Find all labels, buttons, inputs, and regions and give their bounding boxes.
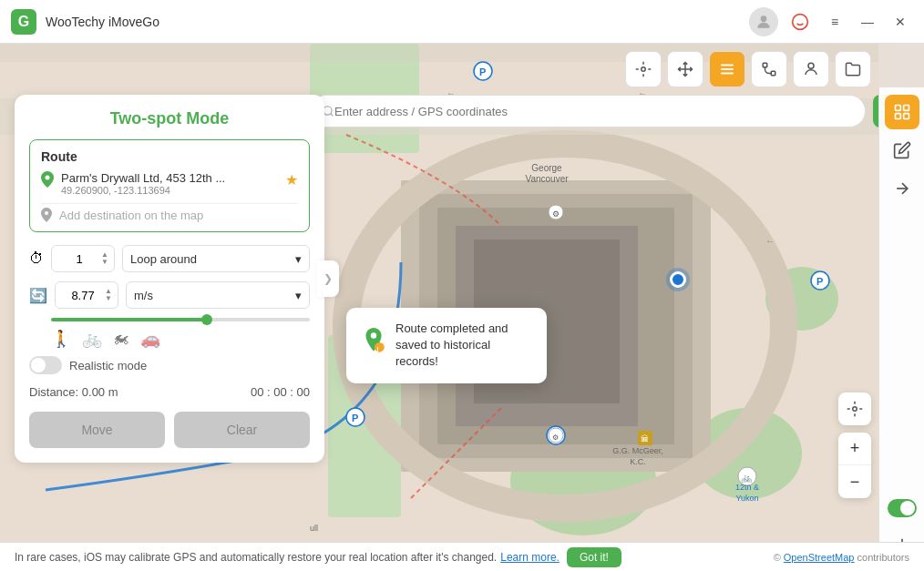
user-avatar[interactable] (749, 7, 778, 36)
sidebar-icon-arrow[interactable] (885, 171, 919, 206)
map-toolbar (625, 51, 871, 87)
svg-text:🏛: 🏛 (641, 434, 649, 444)
bottom-info-text: In rare cases, iOS may calibrate GPS and… (15, 551, 497, 564)
folder-button[interactable] (835, 51, 871, 87)
panel-title: Two-spot Mode (29, 109, 310, 128)
favorite-button[interactable]: ★ (285, 171, 298, 189)
route-button[interactable] (751, 51, 787, 87)
count-down-arrow[interactable]: ▼ (101, 259, 108, 266)
list-icon (719, 61, 735, 77)
speed-input[interactable]: 8.77 ▲ ▼ (55, 281, 118, 309)
svg-point-45 (642, 67, 646, 72)
speed-slider-wrap[interactable] (29, 318, 310, 321)
sidebar-icon-edit[interactable] (885, 133, 919, 168)
zoom-controls: + − (838, 433, 871, 498)
moto-transport-btn[interactable]: 🏍 (113, 329, 129, 349)
walk-transport-btn[interactable]: 🚶 (51, 329, 71, 349)
app-title: WooTechy iMoveGo (46, 15, 749, 29)
folder-icon (845, 61, 861, 77)
from-pin-icon (41, 171, 54, 188)
panel-collapse-button[interactable]: ❯ (317, 260, 339, 297)
distance-row: Distance: 0.00 m 00 : 00 : 00 (29, 385, 310, 399)
search-bar (310, 95, 906, 127)
repeat-mode-dropdown[interactable]: Loop around ▾ (122, 245, 310, 272)
sidebar-icon-toggle[interactable] (885, 491, 919, 525)
speed-slider[interactable] (51, 318, 310, 321)
route-to[interactable]: Add destination on the map (41, 203, 298, 222)
svg-rect-62 (903, 106, 909, 111)
car-icon: 🚗 (140, 329, 160, 349)
left-panel: Two-spot Mode Route Parm's Drywall Ltd, … (15, 95, 324, 463)
svg-text:P: P (816, 276, 823, 287)
transport-row: 🚶 🚲 🏍 🚗 (29, 325, 310, 356)
realistic-mode-toggle[interactable] (29, 356, 62, 374)
edit-icon (893, 141, 911, 159)
map-area[interactable]: ← ← ← P P P P George Vancouver G.G. McGe… (0, 44, 924, 571)
svg-text:Yukon: Yukon (735, 494, 758, 503)
popup-pin-icon: ! (361, 328, 386, 362)
app-logo: G (11, 9, 36, 35)
route-from: Parm's Drywall Ltd, 453 12th ... 49.2609… (41, 171, 298, 196)
speed-unit-dropdown[interactable]: m/s ▾ (126, 281, 310, 309)
person-button[interactable] (793, 51, 829, 87)
move-icon-button[interactable] (667, 51, 703, 87)
svg-rect-64 (903, 114, 909, 119)
minimize-button[interactable]: — (855, 9, 880, 35)
car-transport-btn[interactable]: 🚗 (140, 329, 160, 349)
title-bar: G WooTechy iMoveGo ≡ — ✕ (0, 0, 924, 44)
svg-point-56 (46, 176, 50, 180)
speed-controls: 🔄 8.77 ▲ ▼ m/s ▾ (29, 281, 310, 309)
locate-button[interactable] (838, 393, 871, 425)
repeat-controls: ⏱ 1 ▲ ▼ Loop around ▾ (29, 245, 310, 272)
search-input[interactable] (334, 105, 854, 118)
osm-link[interactable]: OpenStreetMap (784, 552, 855, 563)
zoom-in-button[interactable]: + (838, 433, 871, 465)
got-it-button[interactable]: Got it! (567, 547, 621, 567)
arrow-icon (893, 179, 911, 198)
svg-point-67 (900, 501, 915, 515)
list-button[interactable] (709, 51, 745, 87)
speed-unit-value: m/s (134, 289, 153, 302)
svg-rect-54 (771, 71, 775, 76)
svg-text:P: P (479, 66, 486, 77)
speed-down-arrow[interactable]: ▼ (105, 295, 112, 302)
svg-point-73 (853, 407, 857, 412)
from-coords: 49.260900, -123.113694 (61, 185, 278, 196)
svg-point-57 (45, 211, 48, 215)
zoom-out-button[interactable]: − (838, 465, 871, 498)
svg-text:⚙: ⚙ (552, 209, 560, 219)
speed-value: 8.77 (61, 289, 105, 302)
svg-point-44 (323, 107, 332, 115)
arrows-icon (677, 61, 693, 77)
svg-text:ull: ull (310, 524, 318, 533)
sidebar-icon-history[interactable] (885, 95, 919, 129)
menu-button[interactable]: ≡ (822, 9, 847, 35)
walk-icon: 🚶 (51, 329, 71, 349)
toggle-icon (888, 499, 917, 517)
to-placeholder: Add destination on the map (59, 209, 203, 222)
svg-text:⚙: ⚙ (552, 433, 559, 442)
locate-icon (847, 401, 863, 417)
svg-text:K.C.: K.C. (630, 457, 646, 466)
to-pin-icon (41, 208, 52, 222)
action-buttons: Move Clear (29, 412, 310, 448)
crosshair-button[interactable] (625, 51, 662, 87)
from-address: Parm's Drywall Ltd, 453 12th ... (61, 171, 278, 185)
search-input-wrap[interactable] (310, 95, 866, 127)
learn-more-link[interactable]: Learn more. (500, 551, 560, 564)
unit-dropdown-chevron: ▾ (295, 289, 302, 302)
route-completed-popup: ! Route completed and saved to historica… (346, 308, 547, 383)
svg-rect-53 (763, 63, 767, 67)
bike-transport-btn[interactable]: 🚲 (82, 329, 102, 349)
realistic-mode-label: Realistic mode (69, 359, 147, 372)
emoji-icon[interactable] (785, 7, 815, 36)
move-button[interactable]: Move (29, 412, 165, 448)
moto-icon: 🏍 (113, 329, 129, 348)
toggle-dot (31, 358, 46, 372)
bike-icon: 🚲 (82, 329, 102, 349)
clear-button[interactable]: Clear (174, 412, 310, 448)
slider-thumb (201, 314, 212, 325)
svg-text:G.G. McGeer,: G.G. McGeer, (612, 446, 663, 455)
close-button[interactable]: ✕ (888, 9, 913, 35)
repeat-count-input[interactable]: 1 ▲ ▼ (51, 245, 115, 272)
